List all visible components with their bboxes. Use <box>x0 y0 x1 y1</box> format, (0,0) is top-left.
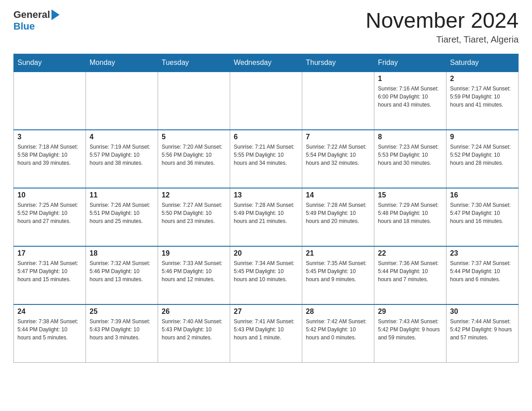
day-number: 27 <box>234 308 298 316</box>
month-title: November 2024 <box>365 9 519 33</box>
day-number: 23 <box>450 249 515 257</box>
day-info: Sunrise: 7:36 AM Sunset: 5:44 PM Dayligh… <box>378 259 442 283</box>
calendar-cell: 9Sunrise: 7:24 AM Sunset: 5:52 PM Daylig… <box>446 130 519 188</box>
weekday-header-tuesday: Tuesday <box>158 54 230 72</box>
day-number: 6 <box>234 133 298 141</box>
day-number: 29 <box>378 308 442 316</box>
calendar-week-row: 3Sunrise: 7:18 AM Sunset: 5:58 PM Daylig… <box>14 130 519 188</box>
day-info: Sunrise: 7:32 AM Sunset: 5:46 PM Dayligh… <box>90 259 154 283</box>
day-number: 7 <box>306 133 370 141</box>
calendar-cell: 15Sunrise: 7:29 AM Sunset: 5:48 PM Dayli… <box>374 188 446 246</box>
day-info: Sunrise: 7:26 AM Sunset: 5:51 PM Dayligh… <box>90 201 154 225</box>
calendar-cell: 24Sunrise: 7:38 AM Sunset: 5:44 PM Dayli… <box>14 304 86 363</box>
calendar-cell: 5Sunrise: 7:20 AM Sunset: 5:56 PM Daylig… <box>158 130 230 188</box>
day-info: Sunrise: 7:41 AM Sunset: 5:43 PM Dayligh… <box>234 317 298 342</box>
day-info: Sunrise: 7:40 AM Sunset: 5:43 PM Dayligh… <box>162 317 226 342</box>
day-info: Sunrise: 7:28 AM Sunset: 5:49 PM Dayligh… <box>306 201 370 225</box>
day-info: Sunrise: 7:37 AM Sunset: 5:44 PM Dayligh… <box>450 259 515 283</box>
day-number: 22 <box>378 249 442 257</box>
weekday-header-monday: Monday <box>86 54 158 72</box>
calendar-cell: 12Sunrise: 7:27 AM Sunset: 5:50 PM Dayli… <box>158 188 230 246</box>
calendar-cell: 25Sunrise: 7:39 AM Sunset: 5:43 PM Dayli… <box>86 304 158 363</box>
weekday-header-saturday: Saturday <box>446 54 519 72</box>
weekday-header-sunday: Sunday <box>14 54 86 72</box>
day-number: 12 <box>162 191 226 199</box>
logo-general-text: General <box>13 9 50 21</box>
day-number: 26 <box>162 308 226 316</box>
day-number: 17 <box>17 249 82 257</box>
calendar-cell: 13Sunrise: 7:28 AM Sunset: 5:49 PM Dayli… <box>230 188 302 246</box>
day-info: Sunrise: 7:27 AM Sunset: 5:50 PM Dayligh… <box>162 201 226 225</box>
day-number: 18 <box>90 249 154 257</box>
day-info: Sunrise: 7:24 AM Sunset: 5:52 PM Dayligh… <box>450 143 515 167</box>
day-number: 10 <box>17 191 82 199</box>
logo-blue-text: Blue <box>13 21 35 32</box>
day-number: 8 <box>378 133 442 141</box>
day-info: Sunrise: 7:18 AM Sunset: 5:58 PM Dayligh… <box>17 143 82 167</box>
day-number: 15 <box>378 191 442 199</box>
day-number: 5 <box>162 133 226 141</box>
day-number: 30 <box>450 308 515 316</box>
day-info: Sunrise: 7:34 AM Sunset: 5:45 PM Dayligh… <box>234 259 298 283</box>
calendar-cell: 16Sunrise: 7:30 AM Sunset: 5:47 PM Dayli… <box>446 188 519 246</box>
weekday-header-thursday: Thursday <box>302 54 374 72</box>
calendar-cell: 8Sunrise: 7:23 AM Sunset: 5:53 PM Daylig… <box>374 130 446 188</box>
calendar-cell: 7Sunrise: 7:22 AM Sunset: 5:54 PM Daylig… <box>302 130 374 188</box>
calendar-cell: 29Sunrise: 7:43 AM Sunset: 5:42 PM Dayli… <box>374 304 446 363</box>
calendar-cell: 2Sunrise: 7:17 AM Sunset: 5:59 PM Daylig… <box>446 72 519 130</box>
calendar-cell: 10Sunrise: 7:25 AM Sunset: 5:52 PM Dayli… <box>14 188 86 246</box>
calendar-cell <box>230 72 302 130</box>
calendar-cell: 23Sunrise: 7:37 AM Sunset: 5:44 PM Dayli… <box>446 246 519 304</box>
day-number: 19 <box>162 249 226 257</box>
day-number: 16 <box>450 191 515 199</box>
weekday-header-friday: Friday <box>374 54 446 72</box>
day-number: 3 <box>17 133 82 141</box>
day-info: Sunrise: 7:35 AM Sunset: 5:45 PM Dayligh… <box>306 259 370 283</box>
calendar-cell: 3Sunrise: 7:18 AM Sunset: 5:58 PM Daylig… <box>14 130 86 188</box>
day-number: 11 <box>90 191 154 199</box>
logo-triangle-icon <box>51 9 60 20</box>
calendar-week-row: 10Sunrise: 7:25 AM Sunset: 5:52 PM Dayli… <box>14 188 519 246</box>
calendar-cell: 27Sunrise: 7:41 AM Sunset: 5:43 PM Dayli… <box>230 304 302 363</box>
calendar-cell: 19Sunrise: 7:33 AM Sunset: 5:46 PM Dayli… <box>158 246 230 304</box>
calendar-header-row: SundayMondayTuesdayWednesdayThursdayFrid… <box>14 54 519 72</box>
calendar-cell: 22Sunrise: 7:36 AM Sunset: 5:44 PM Dayli… <box>374 246 446 304</box>
logo: General Blue <box>13 9 60 32</box>
day-info: Sunrise: 7:29 AM Sunset: 5:48 PM Dayligh… <box>378 201 442 225</box>
day-info: Sunrise: 7:39 AM Sunset: 5:43 PM Dayligh… <box>90 317 154 342</box>
calendar-week-row: 17Sunrise: 7:31 AM Sunset: 5:47 PM Dayli… <box>14 246 519 304</box>
day-info: Sunrise: 7:19 AM Sunset: 5:57 PM Dayligh… <box>90 143 154 167</box>
calendar-cell: 14Sunrise: 7:28 AM Sunset: 5:49 PM Dayli… <box>302 188 374 246</box>
day-info: Sunrise: 7:44 AM Sunset: 5:42 PM Dayligh… <box>450 317 515 342</box>
day-info: Sunrise: 7:30 AM Sunset: 5:47 PM Dayligh… <box>450 201 515 225</box>
day-info: Sunrise: 7:16 AM Sunset: 6:00 PM Dayligh… <box>378 85 442 109</box>
day-info: Sunrise: 7:20 AM Sunset: 5:56 PM Dayligh… <box>162 143 226 167</box>
calendar-cell <box>302 72 374 130</box>
calendar-cell: 30Sunrise: 7:44 AM Sunset: 5:42 PM Dayli… <box>446 304 519 363</box>
day-info: Sunrise: 7:17 AM Sunset: 5:59 PM Dayligh… <box>450 85 515 109</box>
calendar-cell: 6Sunrise: 7:21 AM Sunset: 5:55 PM Daylig… <box>230 130 302 188</box>
day-info: Sunrise: 7:28 AM Sunset: 5:49 PM Dayligh… <box>234 201 298 225</box>
day-info: Sunrise: 7:25 AM Sunset: 5:52 PM Dayligh… <box>17 201 82 225</box>
day-info: Sunrise: 7:38 AM Sunset: 5:44 PM Dayligh… <box>17 317 82 342</box>
calendar-table: SundayMondayTuesdayWednesdayThursdayFrid… <box>13 54 519 363</box>
day-info: Sunrise: 7:22 AM Sunset: 5:54 PM Dayligh… <box>306 143 370 167</box>
calendar-cell <box>14 72 86 130</box>
calendar-cell: 17Sunrise: 7:31 AM Sunset: 5:47 PM Dayli… <box>14 246 86 304</box>
day-number: 13 <box>234 191 298 199</box>
calendar-week-row: 24Sunrise: 7:38 AM Sunset: 5:44 PM Dayli… <box>14 304 519 363</box>
title-block: November 2024 Tiaret, Tiaret, Algeria <box>365 9 519 45</box>
calendar-cell: 4Sunrise: 7:19 AM Sunset: 5:57 PM Daylig… <box>86 130 158 188</box>
day-number: 9 <box>450 133 515 141</box>
calendar-cell: 11Sunrise: 7:26 AM Sunset: 5:51 PM Dayli… <box>86 188 158 246</box>
day-number: 21 <box>306 249 370 257</box>
day-number: 20 <box>234 249 298 257</box>
day-number: 4 <box>90 133 154 141</box>
page-header: General Blue November 2024 Tiaret, Tiare… <box>13 9 519 45</box>
calendar-week-row: 1Sunrise: 7:16 AM Sunset: 6:00 PM Daylig… <box>14 72 519 130</box>
day-number: 2 <box>450 75 515 83</box>
day-number: 28 <box>306 308 370 316</box>
day-info: Sunrise: 7:42 AM Sunset: 5:42 PM Dayligh… <box>306 317 370 342</box>
day-info: Sunrise: 7:43 AM Sunset: 5:42 PM Dayligh… <box>378 317 442 342</box>
calendar-cell: 20Sunrise: 7:34 AM Sunset: 5:45 PM Dayli… <box>230 246 302 304</box>
